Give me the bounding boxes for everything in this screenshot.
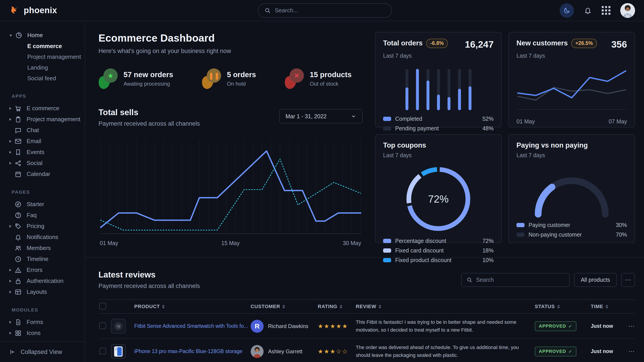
row-more-button[interactable]: ⋯ — [628, 323, 636, 330]
theme-toggle-button[interactable] — [560, 3, 574, 18]
bookmark-icon — [14, 148, 22, 156]
paying-vs-nonpaying-card: Paying vs non paying Last 7 days Paying … — [508, 134, 635, 243]
question-circle-icon — [14, 212, 22, 219]
product-link[interactable]: Fitbit Sense Advanced Smartwatch with To… — [134, 323, 248, 329]
sidebar-item-errors[interactable]: Errors — [0, 265, 84, 276]
sidebar-item-forms[interactable]: Forms — [0, 317, 84, 328]
sidebar-item-calendar[interactable]: Calendar — [0, 169, 84, 180]
sidebar-item-tables[interactable]: Tables — [0, 339, 84, 342]
quick-stats: ★ 57 new orders Awating processing ❚❚ — [98, 68, 362, 89]
sidebar-item-label: Chat — [27, 127, 39, 134]
search-icon — [264, 7, 271, 14]
chevron-down-icon — [351, 114, 356, 119]
layout-icon — [14, 288, 22, 296]
sidebar-item-timeline[interactable]: Timeline — [0, 254, 84, 265]
sidebar-item-label: Calendar — [27, 171, 50, 178]
sidebar-item-label: Email — [27, 138, 41, 145]
chevron-right-icon — [10, 107, 12, 110]
users-icon — [14, 244, 22, 252]
legend-pct: 30% — [616, 222, 627, 228]
sidebar-item-authentication[interactable]: Authentication — [0, 276, 84, 286]
card-value: 356 — [611, 39, 627, 50]
select-all-checkbox[interactable] — [99, 303, 106, 310]
total-orders-card: Total orders -6.8% 16,247 Last 7 days Co… — [375, 32, 502, 127]
reviews-search-input[interactable] — [476, 277, 564, 283]
column-header-review[interactable]: REVIEW — [356, 304, 535, 310]
stat-sub: On hold — [227, 81, 256, 87]
order-bar — [458, 69, 461, 110]
sidebar-subitem-label: E commerce — [27, 43, 62, 50]
global-search[interactable] — [258, 3, 392, 18]
svg-text:73: 73 — [117, 325, 120, 328]
sidebar-subitem-ecommerce[interactable]: E commerce — [0, 41, 84, 51]
column-header-product[interactable]: PRODUCT — [134, 304, 250, 310]
sidebar-subitem-project-management[interactable]: Project management — [0, 51, 84, 62]
tag-icon — [14, 223, 22, 230]
sidebar-item-label: Errors — [27, 267, 42, 274]
customer-name: Ashley Garrett — [268, 348, 302, 355]
apps-grid-button[interactable] — [602, 6, 610, 15]
row-checkbox[interactable] — [99, 323, 106, 329]
sidebar-item-social[interactable]: Social — [0, 158, 84, 169]
global-search-input[interactable] — [275, 7, 385, 14]
sidebar-item-home[interactable]: Home — [0, 30, 84, 41]
column-header-status[interactable]: STATUS — [535, 304, 591, 310]
card-title: Paying vs non paying — [516, 141, 588, 149]
search-icon — [466, 277, 472, 283]
row-checkbox[interactable] — [99, 348, 106, 355]
review-text: The order was delivered ahead of schedul… — [356, 344, 535, 359]
total-orders-bar-chart — [383, 69, 494, 110]
sidebar-subitem-social-feed[interactable]: Social feed — [0, 73, 84, 84]
legend-label: Fixed card discount — [395, 247, 444, 254]
sort-icon — [606, 305, 608, 309]
sidebar-subitem-label: Landing — [27, 64, 48, 71]
collapsed-view-toggle[interactable]: Collapsed View — [0, 342, 84, 362]
order-bar — [416, 69, 419, 110]
sidebar-item-layouts[interactable]: Layouts — [0, 286, 84, 297]
sidebar-item-label: Home — [27, 32, 43, 39]
row-more-button[interactable]: ⋯ — [628, 348, 636, 355]
sidebar-item-starter[interactable]: Starter — [0, 199, 84, 210]
date-range-select[interactable]: Mar 1 - 31, 2022 — [279, 109, 362, 123]
column-header-rating[interactable]: RATING — [318, 304, 356, 310]
card-sub: Last 7 days — [516, 52, 627, 59]
stat-value: 57 new orders — [124, 70, 173, 79]
top-navbar: phoenix — [0, 0, 644, 21]
sidebar-item-ecommerce-app[interactable]: E commerce — [0, 103, 84, 114]
customer-cell: R Richard Dawkins — [250, 320, 318, 333]
x-tick: 01 May — [516, 118, 535, 125]
sidebar-subitem-landing[interactable]: Landing — [0, 62, 84, 73]
brand[interactable]: phoenix — [10, 5, 86, 16]
column-header-customer[interactable]: CUSTOMER — [250, 304, 318, 310]
bell-icon — [584, 6, 592, 14]
total-sells-x-ticks: 01 May 15 May 30 May — [98, 240, 362, 246]
reviews-more-button[interactable]: ⋯ — [621, 273, 635, 287]
sidebar-item-members[interactable]: Members — [0, 243, 84, 254]
reviews-search[interactable] — [461, 273, 570, 287]
lock-icon — [14, 277, 22, 285]
column-header-time[interactable]: TIME — [591, 304, 628, 310]
stat-sub: Awating processing — [124, 81, 173, 87]
sidebar-item-chat[interactable]: Chat — [0, 125, 84, 136]
product-link[interactable]: iPhone 13 pro max-Pacific Blue-128GB sto… — [134, 348, 242, 354]
notifications-button[interactable] — [584, 6, 592, 14]
brand-name: phoenix — [24, 5, 57, 15]
sidebar-item-pricing[interactable]: Pricing — [0, 221, 84, 232]
sidebar-item-label: E commerce — [27, 105, 59, 112]
sidebar-item-notifications[interactable]: Notifications — [0, 232, 84, 243]
sidebar-item-icons[interactable]: Icons — [0, 328, 84, 339]
file-icon — [14, 318, 22, 326]
sidebar-item-label: Events — [27, 149, 44, 156]
stat-value: 15 products — [310, 70, 352, 79]
table-row: iPhone 13 pro max-Pacific Blue-128GB sto… — [98, 339, 635, 362]
user-avatar[interactable] — [620, 3, 635, 18]
all-products-button[interactable]: All products — [574, 273, 617, 287]
sidebar-item-label: Forms — [27, 319, 43, 326]
reviews-table: PRODUCT CUSTOMER RATING REVIEW STATUS TI… — [98, 299, 635, 362]
sidebar-item-email[interactable]: Email — [0, 136, 84, 147]
sort-icon — [162, 305, 165, 309]
chevron-right-icon — [10, 269, 12, 272]
sidebar-item-project-management-app[interactable]: Project management — [0, 114, 84, 125]
sidebar-item-faq[interactable]: Faq — [0, 210, 84, 221]
sidebar-item-events[interactable]: Events — [0, 147, 84, 158]
